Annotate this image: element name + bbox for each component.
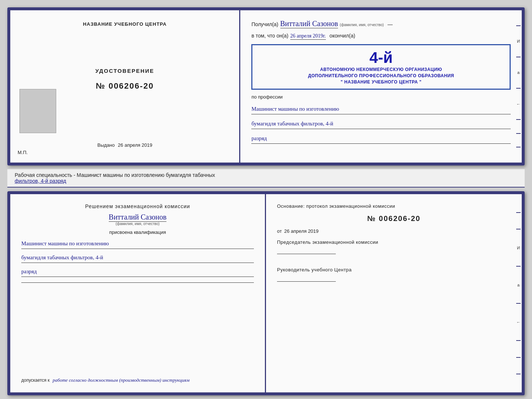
center-title: НАЗВАНИЕ УЧЕБНОГО ЦЕНТРА [83, 21, 167, 27]
bottom-person-name: Витталий Сазонов [109, 213, 166, 222]
from-date-block: от 26 апреля 2019 [277, 228, 511, 234]
side-line-2 [516, 57, 521, 57]
person-block: Витталий Сазонов (фамилия, имя, отчество… [21, 213, 254, 226]
allowed-prefix: допускается к [21, 378, 50, 383]
date-value: 26 апреля 2019г. [290, 33, 326, 40]
mp-label: М.П. [18, 150, 28, 155]
issued-label: Выдано [97, 142, 115, 148]
protocol-number: № 006206-20 [277, 214, 511, 223]
date-line: в том, что он(а) 26 апреля 2019г. окончи… [251, 33, 511, 40]
b-side-line-3 [516, 266, 521, 267]
text-underlined: фильтров, 4-й разряд [15, 178, 66, 184]
chairman-signature [277, 247, 336, 254]
side-lines-bottom: И а ← [515, 194, 522, 392]
photo-placeholder [19, 89, 56, 133]
side-line-4 [516, 119, 521, 120]
date-suffix: окончил(а) [330, 33, 355, 39]
bottom-left-panel: Решением экзаменационной комиссии Виттал… [10, 194, 266, 392]
cert-number-top: № 006206-20 [96, 81, 154, 91]
dash1: — [388, 21, 393, 27]
page-wrapper: НАЗВАНИЕ УЧЕБНОГО ЦЕНТРА УДОСТОВЕРЕНИЕ №… [0, 0, 532, 399]
diploma-book-bottom: Решением экзаменационной комиссии Виттал… [7, 191, 525, 395]
profession-line3: разряд [251, 133, 511, 144]
text-section: Рабочая специальность - Машинист машины … [7, 169, 525, 188]
side-char-i: И [516, 39, 521, 43]
b-side-char-i: И [516, 246, 521, 250]
basis-label: Основание: протокол экзаменационной коми… [277, 203, 511, 209]
director-signature [277, 274, 336, 282]
received-prefix: Получил(а) [251, 21, 278, 27]
stamp-line1: АВТОНОМНУЮ НЕКОММЕРЧЕСКУЮ ОРГАНИЗАЦИЮ [258, 67, 504, 73]
recipient-hint: (фамилия, имя, отчество) [340, 23, 384, 27]
stamp-block: 4-й АВТОНОМНУЮ НЕКОММЕРЧЕСКУЮ ОРГАНИЗАЦИ… [251, 44, 511, 90]
stamp-line3: " НАЗВАНИЕ УЧЕБНОГО ЦЕНТРА " [258, 79, 504, 85]
diploma-book-top: НАЗВАНИЕ УЧЕБНОГО ЦЕНТРА УДОСТОВЕРЕНИЕ №… [7, 7, 525, 165]
side-line-6 [516, 147, 521, 147]
bottom-right-panel: Основание: протокол экзаменационной коми… [266, 194, 522, 392]
director-label: Руководитель учебного Центра [277, 267, 511, 272]
date-prefix: в том, что он(а) [251, 33, 288, 39]
commission-title: Решением экзаменационной комиссии [21, 203, 254, 209]
chairman-label: Председатель экзаменационной комиссии [277, 239, 511, 245]
bottom-qual-line1: Машинист машины по изготовлению [21, 239, 254, 249]
diploma-right-panel: Получил(а) Витталий Сазонов (фамилия, им… [240, 10, 522, 163]
profession-line2: бумагидля табачных фильтров, 4-й [251, 119, 511, 129]
separator-line [21, 282, 254, 283]
b-side-line-4 [516, 303, 521, 304]
bottom-person-hint: (фамилия, имя, отчество) [116, 222, 160, 226]
bottom-qual-line2: бумагидля табачных фильтров, 4-й [21, 253, 254, 263]
side-line-3 [516, 88, 521, 89]
from-prefix: от [277, 228, 282, 234]
from-date: 26 апреля 2019 [284, 228, 319, 234]
b-side-line-5 [516, 340, 521, 341]
allowed-text: работе согласно должностным (производств… [53, 377, 189, 383]
director-block: Руководитель учебного Центра [277, 267, 511, 282]
b-side-line-1 [516, 212, 521, 213]
b-side-char-a: а [516, 283, 521, 287]
stamp-number: 4-й [258, 49, 504, 67]
text-main: Рабочая специальность - Машинист машины … [15, 172, 215, 178]
cert-label: УДОСТОВЕРЕНИЕ [96, 68, 154, 74]
side-line-1 [516, 25, 521, 26]
profession-prefix: по профессии [251, 94, 511, 100]
side-char-a: а [516, 70, 521, 75]
recipient-name: Витталий Сазонов [280, 19, 338, 28]
diploma-left-panel: НАЗВАНИЕ УЧЕБНОГО ЦЕНТРА УДОСТОВЕРЕНИЕ №… [10, 10, 240, 163]
b-side-line-2 [516, 229, 521, 229]
qualification-label: присвоена квалификация [21, 229, 254, 235]
b-side-char-k: ← [516, 320, 521, 324]
profession-line1: Машинист машины по изготовлению [251, 104, 511, 114]
chairman-block: Председатель экзаменационной комиссии [277, 239, 511, 254]
stamp-line2: ДОПОЛНИТЕЛЬНОГО ПРОФЕССИОНАЛЬНОГО ОБРАЗО… [258, 73, 504, 79]
text-section-content: Рабочая специальность - Машинист машины … [15, 172, 517, 184]
b-side-line-7 [516, 374, 521, 374]
received-line: Получил(а) Витталий Сазонов (фамилия, им… [251, 19, 511, 28]
b-side-line-6 [516, 357, 521, 358]
bottom-qual-line3: разряд [21, 267, 254, 277]
side-line-5 [516, 133, 521, 134]
side-lines-top: И а ← [515, 10, 522, 163]
issued-line: Выдано 26 апреля 2019 [97, 142, 152, 148]
side-char-k: ← [516, 102, 521, 106]
issued-date: 26 апреля 2019 [118, 142, 152, 148]
allowed-block: допускается к работе согласно должностны… [21, 377, 254, 383]
